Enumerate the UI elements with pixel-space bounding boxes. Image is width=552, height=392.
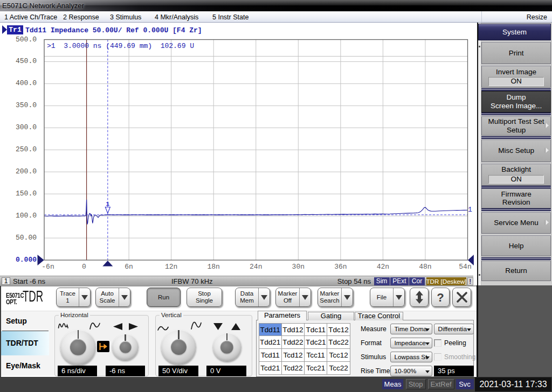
toolbar-data-mem-button[interactable]: DataMem <box>235 288 270 307</box>
param-cell-tcd22[interactable]: Tcd22 <box>281 361 305 375</box>
h-scale-dense-wave-icon <box>58 321 68 332</box>
checkbox-peeling[interactable] <box>434 339 441 347</box>
softkey-label: Dump <box>507 93 526 102</box>
toolbar-button-label-line: Run <box>147 294 180 301</box>
clock: 2021-03-11 17:33 <box>475 377 551 391</box>
toolbar-updown-button[interactable] <box>410 288 429 307</box>
active-trace-arrow-icon <box>2 25 7 34</box>
menu-item-2-response[interactable]: 2 Response <box>63 13 99 21</box>
param-cell-tdd11[interactable]: Tdd11 <box>259 323 282 337</box>
menu-item-1-active-ch-trace[interactable]: 1 Active Ch/Trace <box>4 13 57 21</box>
toolbar-trace-1-button[interactable]: Trace1 <box>56 288 91 307</box>
param-cell-tdd21[interactable]: Tdd21 <box>259 335 282 349</box>
toolbar-stop-single-button[interactable]: StopSingle <box>187 288 222 307</box>
param-cell-tdc21[interactable]: Tdc21 <box>304 335 327 349</box>
toolbar-help-button[interactable]: ? <box>431 288 450 307</box>
toolbar-dropdown-section[interactable] <box>259 288 270 306</box>
menu-item-5-instr-state[interactable]: 5 Instr State <box>212 13 249 21</box>
param-cell-tdd22[interactable]: Tdd22 <box>281 335 305 349</box>
trace-label[interactable]: Tr1 <box>7 25 23 34</box>
tdr-window-empty-area <box>477 285 552 377</box>
tab-setup[interactable]: Setup <box>1 312 49 331</box>
param-cell-tcd12[interactable]: Tcd12 <box>281 348 305 362</box>
param-tab-parameters[interactable]: Parameters <box>258 311 307 321</box>
vertical-position-knob[interactable] <box>213 333 242 361</box>
softkey-service-menu[interactable]: Service Menu <box>481 212 551 234</box>
softkey-system[interactable]: System <box>478 24 551 40</box>
h-scale-wave-icon <box>89 321 101 332</box>
y-tick-100-0: 100.0 <box>12 212 37 220</box>
softkey-menu: SystemPrintInvert ImageONDumpScreen Imag… <box>477 23 552 285</box>
param-cell-tcc21[interactable]: Tcc21 <box>304 361 327 375</box>
dropdown-format[interactable]: Impedance <box>390 338 432 348</box>
horizontal-position-knob[interactable] <box>112 334 139 360</box>
y-tick-0-000: 0.000 <box>12 256 37 264</box>
param-cell-tcd21[interactable]: Tcd21 <box>259 361 282 375</box>
tdr-logo-name: TDR <box>23 287 43 305</box>
title-bar[interactable]: E5071C Network Analyzer <box>0 0 552 11</box>
window-title: E5071C Network Analyzer <box>2 2 84 10</box>
param-cell-tcc22[interactable]: Tcc22 <box>327 361 350 375</box>
dropdown-measure[interactable]: Time Doma <box>390 324 432 334</box>
toolbar-run-button[interactable]: Run <box>147 288 181 307</box>
param-cell-tcc12[interactable]: Tcc12 <box>327 348 350 362</box>
toolbar-dropdown-section[interactable] <box>119 288 130 306</box>
dropdown-rise-time[interactable]: 10-90% <box>390 366 432 376</box>
tab-tdr-tdt[interactable]: TDR/TDT <box>1 331 49 356</box>
param-cell-tcd11[interactable]: Tcd11 <box>259 348 282 362</box>
softkey-print[interactable]: Print <box>481 42 551 64</box>
softkey-label: Misc Setup <box>498 146 534 155</box>
help-icon: ? <box>432 294 449 301</box>
instrument-status-bar: MeasStopExtRefSvc 2021-03-11 17:33 <box>0 377 552 392</box>
softkey-dump-screen-image[interactable]: DumpScreen Image... <box>481 91 551 113</box>
softkey-return[interactable]: Return <box>481 261 551 281</box>
toolbar-auto-scale-button[interactable]: AutoScale <box>95 288 130 307</box>
softkey-misc-setup[interactable]: Misc Setup <box>481 139 551 162</box>
status-badge-sim: Sim <box>374 277 390 285</box>
y-tick-350-0: 350.0 <box>12 102 37 109</box>
y-tick-400-0: 400.0 <box>12 80 37 87</box>
param-cell-tdc11[interactable]: Tdc11 <box>304 323 327 337</box>
dropdown-differentia[interactable]: Differentia <box>434 324 474 334</box>
param-tab-gating[interactable]: Gating <box>308 312 354 320</box>
toolbar-marker-search-button[interactable]: MarkerSearch <box>318 288 353 307</box>
softkey-multiport-test-set-setup[interactable]: Multiport Test SetSetup <box>481 116 551 136</box>
softkey-firmware-revision[interactable]: FirmwareRevision <box>481 188 551 208</box>
toolbar-dropdown-section[interactable] <box>342 288 353 306</box>
toolbar-file-button[interactable]: File <box>370 288 405 307</box>
dropdown-stimulus[interactable]: Lowpass St <box>390 352 432 362</box>
toolbar-marker-off-button[interactable]: MarkerOff <box>275 288 311 307</box>
param-cell-tdc22[interactable]: Tdc22 <box>327 335 350 349</box>
x-tick-6n: 6n <box>113 263 145 271</box>
param-tab-trace-control[interactable]: Trace Control <box>355 312 403 320</box>
horizontal-scale-knob[interactable] <box>60 330 96 365</box>
param-cell-tdd12[interactable]: Tdd12 <box>281 323 305 337</box>
softkey-label: Firmware <box>501 190 531 199</box>
trace-info-text[interactable]: Tdd11 Impedance 50.00U/ Ref 0.000U [F4 Z… <box>25 26 202 34</box>
toolbar-button-label-line: Trace <box>57 290 79 297</box>
toolbar-button-label-line: Auto <box>96 290 119 297</box>
softkey-state: ON <box>488 77 544 86</box>
v-scale-wave-icon <box>190 320 202 332</box>
horizontal-position-display: -6 ns <box>106 366 145 376</box>
menu-item-resize[interactable]: Resize <box>527 13 547 21</box>
menu-item-3-stimulus[interactable]: 3 Stimulus <box>110 13 141 21</box>
softkey-invert-image[interactable]: Invert ImageON <box>481 66 551 88</box>
checkbox-label-smoothing: Smoothing <box>444 353 475 361</box>
y-tick-250-0: 250.0 <box>12 146 37 153</box>
dropdown-arrow-icon <box>344 295 350 300</box>
menu-bar-divider <box>481 11 482 22</box>
softkey-help[interactable]: Help <box>481 235 551 256</box>
tab-eye-mask[interactable]: Eye/Mask <box>1 355 49 376</box>
horizontal-position-knob-hub <box>119 341 132 353</box>
param-cell-tcc11[interactable]: Tcc11 <box>304 348 327 362</box>
vertical-scale-knob[interactable] <box>161 330 196 365</box>
toolbar-close-button[interactable] <box>452 288 471 307</box>
x-tick--6n: -6n <box>32 263 64 271</box>
toolbar-dropdown-section[interactable] <box>300 288 310 306</box>
toolbar-dropdown-section[interactable] <box>79 288 90 306</box>
toolbar-dropdown-section[interactable] <box>394 288 404 306</box>
param-cell-tdc12[interactable]: Tdc12 <box>327 323 350 337</box>
menu-item-4-mkr-analysis[interactable]: 4 Mkr/Analysis <box>155 13 198 21</box>
softkey-backlight[interactable]: BacklightON <box>481 164 551 186</box>
